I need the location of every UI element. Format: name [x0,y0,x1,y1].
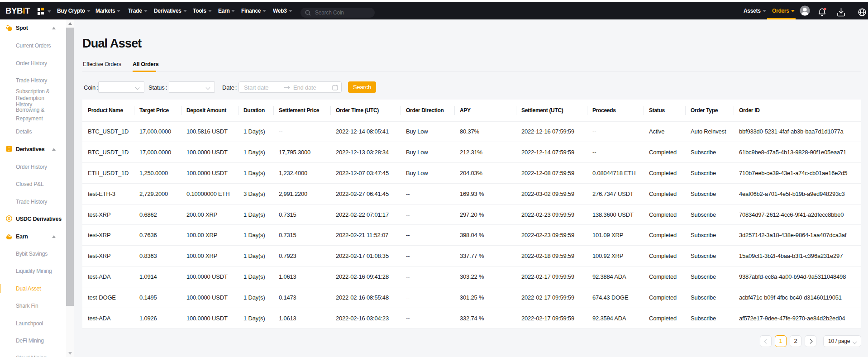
svg-text:S: S [8,216,10,221]
